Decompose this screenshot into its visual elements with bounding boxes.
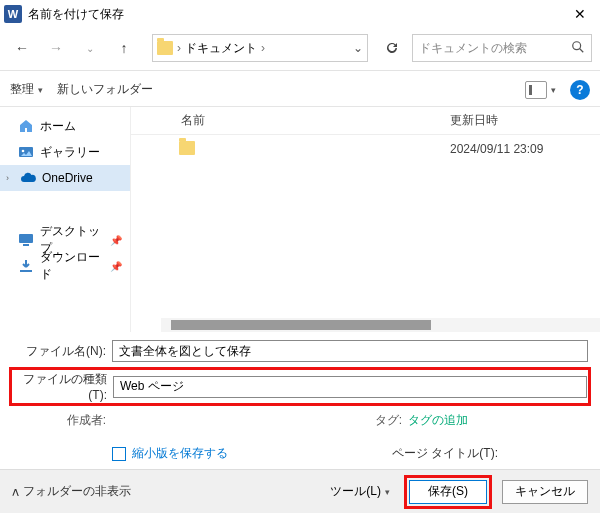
filetype-select[interactable] — [113, 376, 587, 398]
chevron-right-icon[interactable]: › — [6, 173, 14, 183]
chevron-down-icon[interactable]: ⌄ — [353, 41, 363, 55]
folder-icon — [157, 41, 173, 55]
back-icon[interactable]: ← — [8, 34, 36, 62]
svg-rect-5 — [23, 244, 29, 246]
new-folder-button[interactable]: 新しいフォルダー — [57, 81, 153, 98]
table-row[interactable]: 2024/09/11 23:09 — [131, 135, 600, 163]
gallery-icon — [18, 144, 34, 160]
svg-line-1 — [580, 48, 584, 52]
pin-icon: 📌 — [110, 261, 122, 272]
search-input[interactable]: ドキュメントの検索 — [412, 34, 592, 62]
cancel-button[interactable]: キャンセル — [502, 480, 588, 504]
cloud-icon — [20, 170, 36, 186]
chevron-up-icon: ʌ — [12, 485, 19, 499]
tag-label: タグ: — [375, 412, 402, 429]
close-icon[interactable]: ✕ — [560, 0, 600, 28]
pin-icon: 📌 — [110, 235, 122, 246]
window-title: 名前を付けて保存 — [28, 6, 560, 23]
tag-add-link[interactable]: タグの追加 — [408, 412, 468, 429]
home-icon — [18, 118, 34, 134]
download-icon — [18, 258, 34, 274]
filename-label: ファイル名(N): — [12, 343, 112, 360]
breadcrumb[interactable]: › ドキュメント › ⌄ — [152, 34, 368, 62]
folder-icon — [179, 141, 197, 157]
column-header-modified[interactable]: 更新日時 — [450, 112, 600, 129]
forward-icon[interactable]: → — [42, 34, 70, 62]
author-label: 作成者: — [12, 412, 112, 429]
sidebar-item-gallery[interactable]: ギャラリー — [0, 139, 130, 165]
sidebar-item-home[interactable]: ホーム — [0, 113, 130, 139]
recent-chevron-icon[interactable]: ⌄ — [76, 34, 104, 62]
svg-point-3 — [22, 150, 25, 153]
view-mode-button[interactable]: ▾ — [525, 81, 556, 99]
chevron-down-icon: ▾ — [385, 487, 390, 497]
file-list: 名前 更新日時 2024/09/11 23:09 — [131, 107, 600, 332]
chevron-down-icon: ▾ — [38, 85, 43, 95]
horizontal-scrollbar[interactable] — [161, 318, 600, 332]
filename-input[interactable] — [112, 340, 588, 362]
breadcrumb-segment[interactable]: ドキュメント — [185, 40, 257, 57]
filetype-label: ファイルの種類(T): — [13, 371, 113, 402]
thumbnail-checkbox-label[interactable]: 縮小版を保存する — [132, 445, 228, 462]
word-app-icon: W — [4, 5, 22, 23]
chevron-down-icon: ▾ — [551, 85, 556, 95]
search-icon — [571, 40, 585, 57]
file-date: 2024/09/11 23:09 — [450, 142, 600, 156]
refresh-icon[interactable] — [378, 34, 406, 62]
save-highlight: 保存(S) — [404, 475, 492, 509]
hide-folders-toggle[interactable]: ʌ フォルダーの非表示 — [12, 483, 131, 500]
svg-point-0 — [573, 41, 581, 49]
svg-rect-6 — [20, 270, 32, 272]
column-header-name[interactable]: 名前 — [131, 112, 450, 129]
save-button[interactable]: 保存(S) — [409, 480, 487, 504]
chevron-right-icon: › — [177, 41, 181, 55]
page-title-label: ページ タイトル(T): — [392, 445, 498, 462]
desktop-icon — [18, 232, 34, 248]
up-icon[interactable]: ↑ — [110, 34, 138, 62]
scrollbar-thumb[interactable] — [171, 320, 431, 330]
organize-menu[interactable]: 整理 ▾ — [10, 81, 43, 98]
sidebar-item-downloads[interactable]: ダウンロード 📌 — [0, 253, 130, 279]
tools-menu[interactable]: ツール(L) ▾ — [330, 483, 390, 500]
svg-rect-4 — [19, 234, 33, 243]
view-icon — [525, 81, 547, 99]
help-icon[interactable]: ? — [570, 80, 590, 100]
search-placeholder: ドキュメントの検索 — [419, 40, 527, 57]
sidebar-item-onedrive[interactable]: › OneDrive — [0, 165, 130, 191]
thumbnail-checkbox[interactable] — [112, 447, 126, 461]
sidebar: ホーム ギャラリー › OneDrive デスクトップ 📌 ダウンロード 📌 — [0, 107, 131, 332]
filetype-highlight: ファイルの種類(T): — [9, 367, 591, 406]
chevron-right-icon: › — [261, 41, 265, 55]
